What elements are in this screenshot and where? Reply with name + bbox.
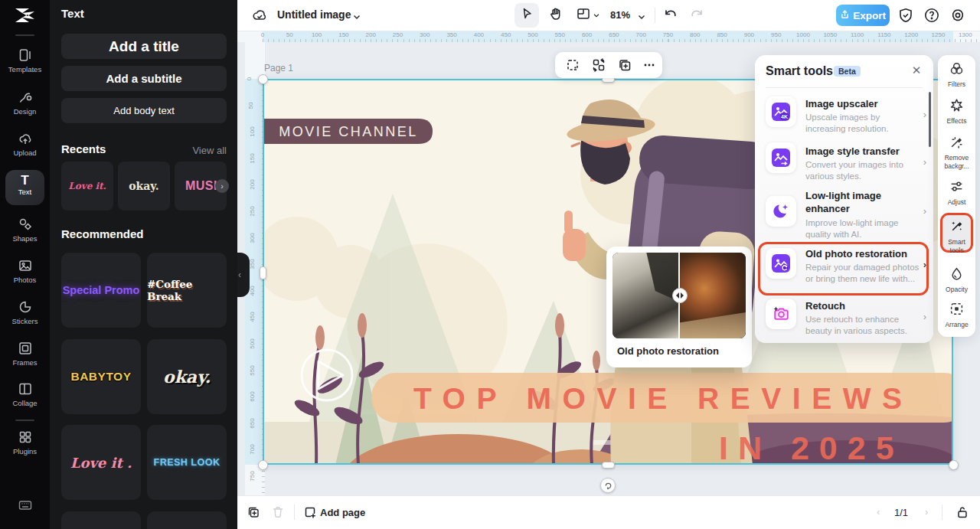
recent-text-style[interactable]: Love it. xyxy=(61,162,113,211)
adjust-icon xyxy=(949,183,964,196)
tool-filters[interactable]: Filters xyxy=(938,61,975,89)
close-icon[interactable]: ✕ xyxy=(909,63,924,78)
delete-page-button[interactable] xyxy=(271,505,285,519)
hand-tool-button[interactable] xyxy=(544,3,568,28)
redo-icon xyxy=(689,6,704,24)
smart-tool-low-light-enhancer[interactable]: Low-light image enhancer Improve low-lig… xyxy=(755,187,933,242)
sidebar-item-upload[interactable]: Upload xyxy=(0,131,50,157)
sidebar-item-templates[interactable]: Templates xyxy=(0,47,50,73)
image-upscaler-icon: 4K xyxy=(766,96,796,127)
recent-text-style[interactable]: okay. xyxy=(118,162,170,211)
collage-icon xyxy=(0,381,50,397)
before-after-preview-image xyxy=(612,253,746,338)
sidebar-item-photos[interactable]: Photos xyxy=(0,258,50,284)
sidebar-item-collage[interactable]: Collage xyxy=(0,381,50,407)
export-button[interactable]: Export xyxy=(836,5,890,26)
redo-button[interactable] xyxy=(686,3,707,28)
undo-button[interactable] xyxy=(660,3,681,28)
sidebar-item-label: Text xyxy=(5,188,44,196)
keyboard-shortcuts-button[interactable] xyxy=(0,498,50,513)
smart-tool-retouch[interactable]: Retouch Use retouch to enhance beauty in… xyxy=(755,296,933,343)
smart-tool-image-style-transfer[interactable]: Image style transfer Convert your images… xyxy=(755,139,933,187)
ruler-ticks xyxy=(263,39,980,42)
smart-tools-title: Smart tools xyxy=(766,64,833,78)
duplicate-button[interactable] xyxy=(616,57,633,73)
resize-handle-bottom-right[interactable] xyxy=(949,460,959,470)
zoom-level[interactable]: 81% xyxy=(610,9,630,21)
document-title[interactable]: Untitled image xyxy=(277,8,351,21)
add-title-button[interactable]: Add a title xyxy=(61,34,227,59)
select-tool-button[interactable] xyxy=(514,3,539,28)
after-image-half xyxy=(679,253,746,338)
sidebar-item-frames[interactable]: Frames xyxy=(0,341,50,367)
smart-tools-panel: Smart tools Beta ✕ 4K Image upscaler Ups… xyxy=(755,55,933,343)
lock-page-button[interactable] xyxy=(956,505,969,519)
tool-label: Adjust xyxy=(938,198,975,207)
headline-line2: IN 2025 xyxy=(719,429,904,465)
sidebar-item-text[interactable]: T Text xyxy=(5,170,44,205)
chevron-right-icon: › xyxy=(923,205,926,217)
style-preview-text: okay. xyxy=(129,180,159,192)
crop-button[interactable] xyxy=(564,57,581,73)
tool-label: Opacity xyxy=(938,286,975,294)
tool-opacity[interactable]: Opacity xyxy=(938,266,975,294)
panel-scrollbar[interactable] xyxy=(929,92,931,147)
recommended-text-style[interactable]: FRESH LOOK xyxy=(147,425,227,500)
recommended-text-style[interactable]: okay. xyxy=(147,339,227,414)
style-preview-text: BABYTOY xyxy=(70,370,131,384)
help-button[interactable] xyxy=(923,7,940,27)
add-page-icon[interactable] xyxy=(303,505,317,519)
compare-slider-handle[interactable] xyxy=(672,288,688,303)
recents-next-button[interactable]: › xyxy=(215,179,229,193)
resize-handle-left[interactable] xyxy=(260,266,266,279)
recommended-text-style[interactable]: BABYTOY xyxy=(61,339,141,414)
recommended-text-style[interactable]: Love it . xyxy=(61,425,141,500)
panel-collapse-button[interactable]: ‹ xyxy=(237,253,250,297)
tool-effects[interactable]: Effects xyxy=(938,98,975,126)
tool-label: Effects xyxy=(938,117,975,126)
divider xyxy=(15,420,34,421)
tool-adjust[interactable]: Adjust xyxy=(938,179,975,207)
duplicate-page-button[interactable] xyxy=(247,505,260,519)
settings-gear-button[interactable] xyxy=(949,7,966,27)
resize-handle-top-left[interactable] xyxy=(258,74,268,84)
next-page-button[interactable]: › xyxy=(925,506,928,518)
layout-tool-button[interactable] xyxy=(573,3,603,28)
recommended-text-style[interactable]: #Coffee Break xyxy=(147,253,227,328)
shapes-icon xyxy=(0,217,50,232)
undo-icon xyxy=(663,6,678,24)
tool-name: Low-light image enhancer xyxy=(805,190,917,216)
replace-button[interactable] xyxy=(590,57,607,73)
sidebar-item-label: Photos xyxy=(0,276,50,284)
resize-handle-bottom-left[interactable] xyxy=(258,460,268,470)
sidebar-item-shapes[interactable]: Shapes xyxy=(0,217,50,243)
sidebar-item-plugins[interactable]: Plugins xyxy=(0,429,50,456)
view-all-link[interactable]: View all xyxy=(192,145,227,156)
safety-shield-button[interactable] xyxy=(897,7,914,27)
more-options-button[interactable] xyxy=(641,57,658,73)
export-label: Export xyxy=(853,10,886,21)
smart-tool-image-upscaler[interactable]: 4K Image upscaler Upscale images by incr… xyxy=(755,93,933,141)
resize-handle-bottom[interactable] xyxy=(602,462,615,469)
rotate-handle[interactable] xyxy=(600,478,616,493)
recommended-text-style[interactable]: Special Promo xyxy=(61,253,141,328)
smart-tool-old-photo-restoration[interactable]: Old photo restoration Repair your damage… xyxy=(755,247,933,291)
divider xyxy=(294,505,295,520)
cloud-sync-icon xyxy=(251,7,268,27)
recommended-text-style[interactable] xyxy=(61,511,141,529)
sidebar-item-stickers[interactable]: Stickers xyxy=(0,299,50,325)
chevron-down-icon[interactable] xyxy=(637,11,646,24)
design-icon xyxy=(0,90,50,105)
recommended-text-style[interactable] xyxy=(147,511,227,529)
tool-smart-tools-selected[interactable]: Smart tools xyxy=(940,213,973,253)
sidebar-item-design[interactable]: Design xyxy=(0,90,50,116)
style-preview-text: Special Promo xyxy=(63,284,140,296)
previous-page-button[interactable]: ‹ xyxy=(877,506,880,518)
tool-remove-background[interactable]: Remove backgr... xyxy=(938,135,975,170)
add-page-button[interactable]: Add page xyxy=(320,507,365,518)
capcut-logo-icon[interactable] xyxy=(12,5,38,25)
chevron-down-icon[interactable] xyxy=(352,11,361,24)
add-subtitle-button[interactable]: Add a subtitle xyxy=(61,66,227,91)
add-body-text-button[interactable]: Add body text xyxy=(61,98,227,123)
tool-arrange[interactable]: Arrange xyxy=(938,302,975,329)
